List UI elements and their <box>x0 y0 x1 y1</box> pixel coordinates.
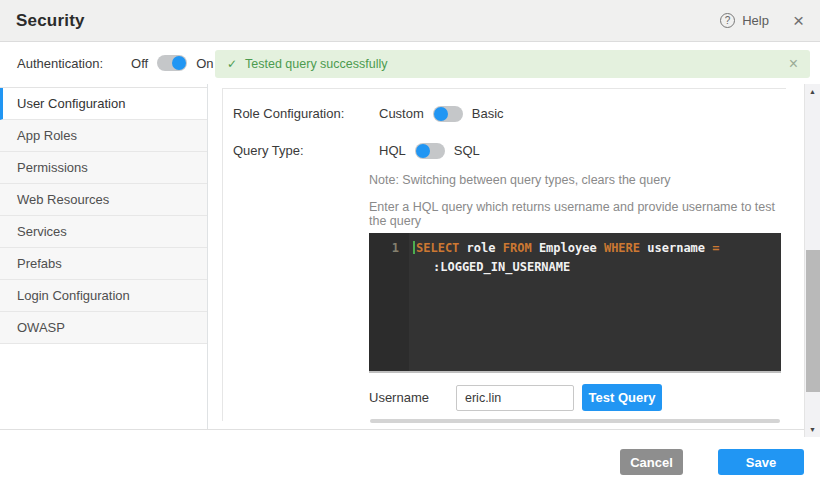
role-configuration-control: Custom Basic <box>379 106 504 122</box>
custom-option-label: Custom <box>379 106 424 121</box>
hql-option-label: HQL <box>379 143 406 158</box>
query-type-row: Query Type: HQL SQL <box>233 143 773 158</box>
help-icon: ? <box>720 13 735 28</box>
editor-caret <box>413 241 415 254</box>
scrollbar-thumb[interactable] <box>806 250 820 392</box>
scroll-down-icon[interactable]: ▼ <box>805 426 820 433</box>
success-alert: ✓ Tested query successfully × <box>215 50 810 78</box>
sidebar-divider <box>207 84 208 429</box>
test-query-button[interactable]: Test Query <box>582 384 662 411</box>
authentication-toggle[interactable] <box>157 55 187 71</box>
basic-option-label: Basic <box>472 106 504 121</box>
close-icon[interactable]: × <box>793 11 804 30</box>
sidebar-item-login-configuration[interactable]: Login Configuration <box>0 280 207 312</box>
query-type-note: Note: Switching between query types, cle… <box>369 173 671 187</box>
username-row: Username Test Query <box>369 384 662 411</box>
page-title: Security <box>16 11 85 31</box>
check-icon: ✓ <box>227 57 237 71</box>
sidebar-item-app-roles[interactable]: App Roles <box>0 120 207 152</box>
sidebar-item-permissions[interactable]: Permissions <box>0 152 207 184</box>
sql-keyword: WHERE <box>604 241 640 255</box>
header: Security ? Help × <box>0 0 820 42</box>
alert-message: Tested query successfully <box>245 57 387 71</box>
footer-bar: Cancel Save <box>0 429 820 488</box>
sql-identifier: Employee <box>539 241 597 255</box>
sidebar: User Configuration App Roles Permissions… <box>0 87 207 344</box>
authentication-on-label: On <box>196 56 213 71</box>
sql-operator: = <box>712 241 719 255</box>
sidebar-item-user-configuration[interactable]: User Configuration <box>0 88 207 120</box>
sql-parameter: :LOGGED_IN_USERNAME <box>413 258 773 277</box>
username-input[interactable] <box>456 385 574 411</box>
sidebar-item-web-resources[interactable]: Web Resources <box>0 184 207 216</box>
sidebar-item-services[interactable]: Services <box>0 216 207 248</box>
toggle-knob <box>416 144 430 158</box>
header-actions: ? Help × <box>720 11 804 30</box>
authentication-label: Authentication: <box>17 56 103 71</box>
query-type-label: Query Type: <box>233 143 304 158</box>
query-type-toggle[interactable] <box>415 143 445 159</box>
sql-identifier: username <box>647 241 705 255</box>
sql-keyword: SELECT <box>416 241 459 255</box>
role-configuration-label: Role Configuration: <box>233 106 344 121</box>
user-configuration-panel: Role Configuration: Custom Basic Query T… <box>222 88 786 421</box>
toggle-knob <box>172 56 186 70</box>
help-button[interactable]: ? Help <box>720 13 769 28</box>
cancel-button[interactable]: Cancel <box>620 449 683 475</box>
sql-keyword: FROM <box>503 241 532 255</box>
role-configuration-row: Role Configuration: Custom Basic <box>233 106 773 121</box>
horizontal-scrollbar[interactable] <box>370 419 780 423</box>
editor-code: SELECT role FROM Employee WHERE username… <box>409 233 781 371</box>
username-label: Username <box>369 390 456 405</box>
sidebar-item-owasp[interactable]: OWASP <box>0 312 207 344</box>
query-description: Enter a HQL query which returns username… <box>369 200 786 228</box>
help-label: Help <box>742 13 769 28</box>
toggle-knob <box>434 107 448 121</box>
query-code-editor[interactable]: 1 SELECT role FROM Employee WHERE userna… <box>369 233 781 371</box>
authentication-off-label: Off <box>131 56 148 71</box>
alert-close-icon[interactable]: × <box>789 56 798 72</box>
query-type-control: HQL SQL <box>379 143 480 159</box>
role-configuration-toggle[interactable] <box>433 106 463 122</box>
sidebar-item-prefabs[interactable]: Prefabs <box>0 248 207 280</box>
scroll-up-icon[interactable]: ▲ <box>805 88 820 95</box>
editor-line-number: 1 <box>369 233 409 371</box>
vertical-scrollbar[interactable]: ▲ ▼ <box>804 84 820 437</box>
sql-identifier: role <box>467 241 496 255</box>
save-button[interactable]: Save <box>718 449 804 475</box>
sql-option-label: SQL <box>454 143 480 158</box>
security-dialog: Security ? Help × Authentication: Off On… <box>0 0 820 488</box>
